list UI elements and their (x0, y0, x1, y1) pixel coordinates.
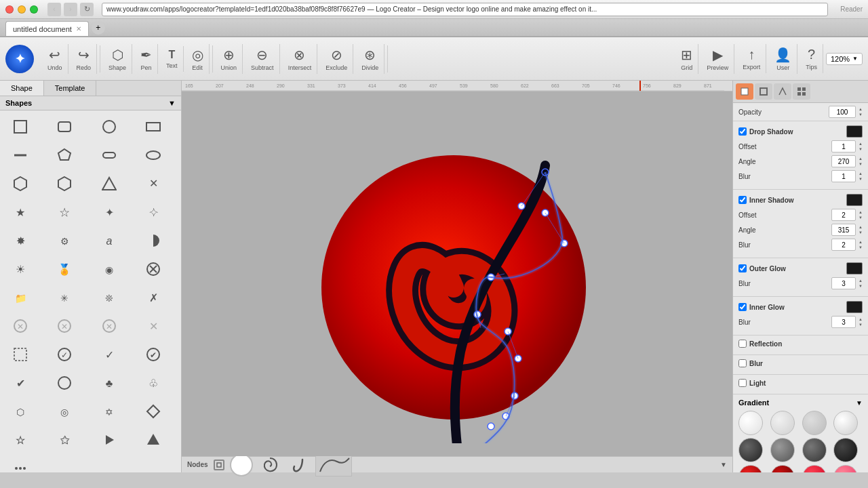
ds-angle-spinner[interactable]: ▲▼ (859, 156, 863, 167)
shape-sunburst[interactable]: ✸ (3, 227, 38, 254)
canvas-container[interactable] (182, 92, 732, 456)
swatch-red3[interactable] (802, 465, 827, 472)
ig-blur-input[interactable] (831, 316, 856, 328)
node-circle-tool[interactable] (230, 453, 253, 476)
export-tool[interactable]: ↑ Export (737, 44, 766, 73)
ds-angle-input[interactable] (831, 155, 856, 167)
drop-shadow-color[interactable] (846, 125, 863, 138)
shape-x-plain[interactable]: ✕ (136, 312, 171, 340)
swatch-charcoal[interactable] (802, 438, 827, 462)
shape-circle[interactable] (92, 113, 127, 140)
is-angle-input[interactable] (831, 224, 856, 236)
drop-shadow-checkbox[interactable] (738, 127, 747, 136)
undo-icon[interactable]: ↩ (49, 47, 60, 63)
shape-star-spiky[interactable]: ✦ (92, 199, 127, 226)
inner-shadow-checkbox[interactable] (738, 196, 747, 204)
shape-star-outline[interactable]: ☆ (3, 426, 38, 453)
shape-rectangle[interactable] (136, 113, 171, 140)
swatch-white[interactable] (738, 411, 763, 435)
fx-icon-btn[interactable] (774, 83, 791, 100)
shape-triangle[interactable] (92, 170, 127, 197)
opacity-input[interactable] (829, 106, 856, 118)
shape-star-david[interactable]: ✡ (92, 398, 127, 425)
swatch-darkgrey[interactable] (738, 438, 763, 462)
node-hook-tool[interactable] (287, 453, 310, 476)
tab-shape[interactable]: Shape (0, 81, 44, 96)
shape-square[interactable] (3, 113, 38, 140)
swatch-pink[interactable] (833, 465, 858, 472)
node-swirl-tool[interactable] (258, 453, 281, 476)
inner-glow-checkbox[interactable] (738, 303, 747, 311)
swatch-lightgrey[interactable] (802, 411, 827, 435)
address-bar[interactable]: www.youdraw.com/apps/logocreator?templat… (102, 3, 828, 16)
shape-club[interactable]: ♣ (92, 369, 127, 396)
ds-offset-input[interactable] (831, 140, 856, 152)
inner-shadow-color[interactable] (846, 194, 863, 206)
shape-checkbox-dashed[interactable] (3, 341, 38, 368)
stroke-icon-btn[interactable] (755, 83, 772, 100)
tab-close-icon[interactable]: ✕ (76, 25, 81, 33)
forward-button[interactable]: › (64, 3, 77, 16)
opacity-spinner[interactable]: ▲ ▼ (859, 106, 863, 117)
shape-target[interactable]: ◎ (47, 398, 82, 425)
reader-button[interactable]: Reader (840, 5, 863, 13)
shape-star-spiky2[interactable]: ✦ (136, 199, 171, 226)
outer-glow-color[interactable] (846, 262, 863, 274)
close-btn[interactable] (5, 5, 14, 14)
outer-glow-checkbox[interactable] (738, 264, 747, 272)
shape-checkmark[interactable]: ✔ (3, 369, 38, 396)
fill-icon-btn[interactable] (736, 83, 753, 100)
ds-blur-input[interactable] (831, 170, 856, 182)
tab-template[interactable]: Template (44, 81, 97, 96)
edit-tool[interactable]: ◎ Edit (186, 44, 210, 74)
ds-offset-spinner[interactable]: ▲▼ (859, 141, 863, 152)
shape-folder[interactable]: 📁 (3, 284, 38, 311)
shape-play-left[interactable] (92, 426, 127, 453)
pen-tool[interactable]: ✒ Pen (135, 44, 158, 74)
minimize-btn[interactable] (18, 5, 26, 14)
subtract-tool[interactable]: ⊖ Subtract (245, 44, 280, 74)
shape-star5[interactable]: ★ (3, 199, 38, 226)
node-shape-preview[interactable] (315, 453, 352, 476)
shape-x-circle4[interactable]: ✕ (92, 312, 127, 340)
ds-blur-spinner[interactable]: ▲▼ (859, 171, 863, 182)
shape-pentagon[interactable] (47, 142, 82, 169)
shape-star-outline2[interactable]: ✩ (47, 426, 82, 453)
back-button[interactable]: ‹ (47, 3, 61, 16)
user-tool[interactable]: 👤 User (769, 44, 797, 74)
shape-check-circle[interactable]: ✓ (47, 341, 82, 368)
maximize-btn[interactable] (30, 5, 38, 14)
shape-x-circle3[interactable]: ✕ (47, 312, 82, 340)
reflection-checkbox[interactable] (738, 340, 747, 348)
divide-tool[interactable]: ⊛ Divide (356, 44, 384, 74)
shape-check-circle2[interactable]: ✔ (136, 341, 171, 368)
inner-glow-color[interactable] (846, 301, 863, 313)
shape-compass[interactable]: ✳ (47, 284, 82, 311)
redo-icon[interactable]: ↪ (78, 47, 90, 63)
light-checkbox[interactable] (738, 379, 747, 387)
zoom-dropdown-icon[interactable]: ▼ (852, 56, 858, 62)
shape-hexagon-outline[interactable] (47, 170, 82, 197)
shape-checkmark-bold[interactable]: ✓ (92, 341, 127, 368)
active-tab[interactable]: untitled document ✕ (5, 21, 89, 36)
shape-pill[interactable] (92, 142, 127, 169)
tips-tool[interactable]: ? Tips (800, 44, 823, 73)
shape-sun[interactable]: ☀ (3, 256, 38, 283)
shape-tool[interactable]: ⬡ Shape (103, 44, 132, 74)
arrange-icon-btn[interactable] (793, 83, 810, 100)
shape-oval[interactable] (136, 142, 171, 169)
nodes-expand-icon[interactable]: ▼ (720, 461, 727, 468)
is-offset-input[interactable] (831, 209, 856, 221)
swatch-red2[interactable] (770, 465, 795, 472)
shape-half-circle[interactable] (136, 227, 171, 254)
refresh-icon[interactable]: ↻ (80, 3, 94, 16)
blur-checkbox[interactable] (738, 359, 747, 367)
shape-x-mark[interactable]: ✗ (136, 284, 171, 311)
is-blur-input[interactable] (831, 239, 856, 251)
shape-gear[interactable]: ⚙ (47, 227, 82, 254)
shape-club2[interactable]: ♧ (136, 369, 171, 396)
shape-diamond[interactable] (136, 398, 171, 425)
union-tool[interactable]: ⊕ Union (216, 44, 243, 74)
preview-tool[interactable]: ▶ Preview (701, 44, 734, 74)
intersect-tool[interactable]: ⊗ Intersect (283, 44, 318, 74)
